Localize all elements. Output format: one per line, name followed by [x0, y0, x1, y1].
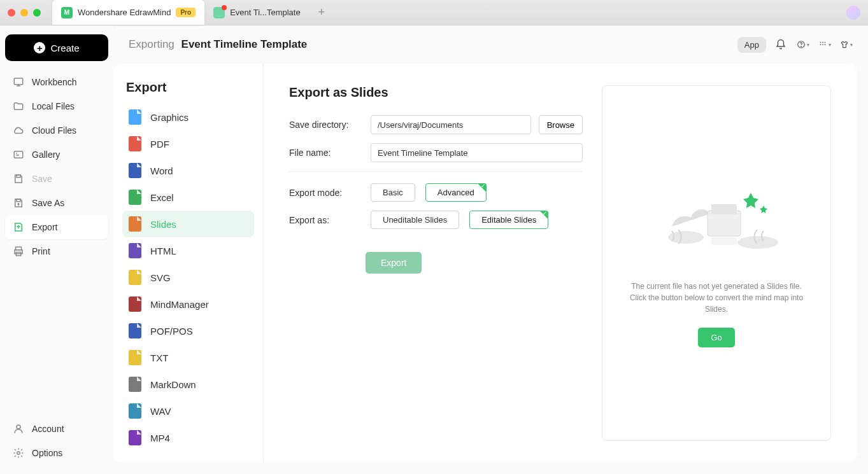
- save-as-icon: [13, 197, 24, 209]
- sidebar-item-export[interactable]: Export: [5, 215, 108, 239]
- sidebar-item-cloud-files[interactable]: Cloud Files: [5, 118, 108, 143]
- html-icon: [129, 243, 141, 258]
- format-label: Slides: [150, 219, 176, 230]
- gear-icon: [13, 447, 24, 459]
- folder-icon: [13, 101, 24, 112]
- save-icon: [13, 173, 24, 185]
- format-word[interactable]: Word: [122, 157, 254, 184]
- preview-pane: The current file has not yet generated a…: [602, 85, 831, 441]
- bell-icon[interactable]: [775, 38, 788, 51]
- print-icon: [13, 246, 24, 257]
- svg-point-16: [825, 44, 826, 45]
- browse-button[interactable]: Browse: [539, 115, 583, 134]
- format-graphics[interactable]: Graphics: [122, 104, 254, 130]
- minimize-button[interactable]: [20, 9, 28, 17]
- pdf-icon: [129, 136, 141, 151]
- slides-icon: [129, 216, 141, 232]
- word-icon: [129, 163, 141, 178]
- traffic-lights: [8, 9, 41, 17]
- help-icon[interactable]: ▾: [797, 38, 809, 51]
- sidebar-item-gallery[interactable]: Gallery: [5, 143, 108, 167]
- format-excel[interactable]: Excel: [122, 184, 254, 211]
- sidebar-item-print[interactable]: Print: [5, 239, 108, 263]
- go-button[interactable]: Go: [698, 328, 734, 347]
- breadcrumb-prefix: Exporting: [129, 38, 174, 50]
- file-name-label: File name:: [289, 148, 363, 158]
- svg-point-14: [820, 44, 822, 45]
- sidebar-item-workbench[interactable]: Workbench: [5, 70, 108, 94]
- export-as-label: Export as:: [289, 215, 363, 225]
- svg-icon: [129, 270, 141, 285]
- format-html[interactable]: HTML: [122, 237, 254, 264]
- tab-app[interactable]: M Wondershare EdrawMind Pro: [52, 0, 204, 25]
- sidebar-item-options[interactable]: Options: [5, 441, 108, 465]
- close-button[interactable]: [8, 9, 15, 17]
- export-form: Export as Slides Save directory: Browse …: [264, 64, 857, 463]
- svg-rect-2: [17, 175, 20, 178]
- user-avatar[interactable]: [846, 6, 860, 20]
- mp4-icon: [129, 430, 141, 445]
- svg-point-18: [737, 236, 778, 249]
- format-label: PDF: [150, 139, 169, 150]
- nav-label: Local Files: [32, 101, 75, 111]
- format-pofpos[interactable]: POF/POS: [122, 317, 254, 344]
- markdown-icon: [129, 377, 141, 392]
- format-wav[interactable]: WAV: [122, 398, 254, 424]
- export-button[interactable]: Export: [366, 252, 422, 274]
- file-name-input[interactable]: [371, 143, 583, 162]
- window-tabs: M Wondershare EdrawMind Pro Event Ti...T…: [52, 0, 330, 25]
- as-uneditable-button[interactable]: Uneditable Slides: [371, 211, 459, 229]
- wav-icon: [129, 403, 141, 419]
- breadcrumb-document: Event Timeline Template: [181, 38, 308, 50]
- tab-document[interactable]: Event Ti...Template: [204, 0, 309, 25]
- preview-text: The current file has not yet generated a…: [627, 281, 806, 315]
- workbench-icon: [13, 76, 24, 88]
- format-mp4[interactable]: MP4: [122, 424, 254, 451]
- sidebar-item-local-files[interactable]: Local Files: [5, 94, 108, 118]
- svg-rect-20: [711, 204, 737, 214]
- divider: [289, 171, 583, 172]
- format-label: TXT: [150, 352, 168, 363]
- mode-advanced-button[interactable]: Advanced: [425, 183, 487, 202]
- grid-icon[interactable]: ▾: [818, 38, 831, 51]
- format-label: MarkDown: [150, 379, 196, 390]
- mode-basic-button[interactable]: Basic: [371, 183, 415, 202]
- format-slides[interactable]: Slides: [122, 211, 254, 237]
- tab-label: Wondershare EdrawMind: [78, 8, 171, 17]
- export-format-list: Export Graphics PDF Word Excel Slides HT…: [113, 64, 264, 463]
- nav-label: Gallery: [32, 150, 60, 160]
- save-dir-input[interactable]: [371, 115, 531, 134]
- create-label: Create: [50, 43, 79, 53]
- maximize-button[interactable]: [33, 9, 41, 17]
- format-markdown[interactable]: MarkDown: [122, 371, 254, 398]
- format-txt[interactable]: TXT: [122, 344, 254, 371]
- format-mindmanager[interactable]: MindManager: [122, 291, 254, 317]
- svg-point-12: [822, 42, 823, 43]
- topbar: Exporting Event Timeline Template App ▾ …: [113, 25, 868, 64]
- format-label: Graphics: [150, 112, 189, 123]
- nav-label: Options: [32, 448, 62, 458]
- sidebar-item-account[interactable]: Account: [5, 417, 108, 441]
- app-icon: M: [61, 7, 73, 18]
- preview-illustration: [646, 166, 786, 268]
- window-titlebar: M Wondershare EdrawMind Pro Event Ti...T…: [0, 0, 868, 25]
- nav-label: Cloud Files: [32, 125, 76, 136]
- export-icon: [13, 221, 24, 233]
- as-editable-button[interactable]: Editable Slides: [469, 211, 548, 229]
- nav-label: Export: [32, 222, 57, 232]
- breadcrumb: Exporting Event Timeline Template: [129, 38, 307, 51]
- format-pdf[interactable]: PDF: [122, 130, 254, 157]
- sidebar-item-save-as[interactable]: Save As: [5, 191, 108, 215]
- tshirt-icon[interactable]: ▾: [840, 38, 853, 51]
- format-label: POF/POS: [150, 326, 193, 337]
- txt-icon: [129, 350, 141, 365]
- format-svg[interactable]: SVG: [122, 264, 254, 291]
- svg-rect-21: [711, 237, 737, 245]
- svg-point-7: [17, 425, 20, 429]
- create-button[interactable]: + Create: [5, 34, 108, 61]
- content-area: Exporting Event Timeline Template App ▾ …: [113, 25, 868, 474]
- graphics-icon: [129, 109, 141, 125]
- app-chip[interactable]: App: [737, 37, 766, 53]
- new-tab-button[interactable]: +: [313, 4, 330, 21]
- svg-point-8: [17, 452, 20, 455]
